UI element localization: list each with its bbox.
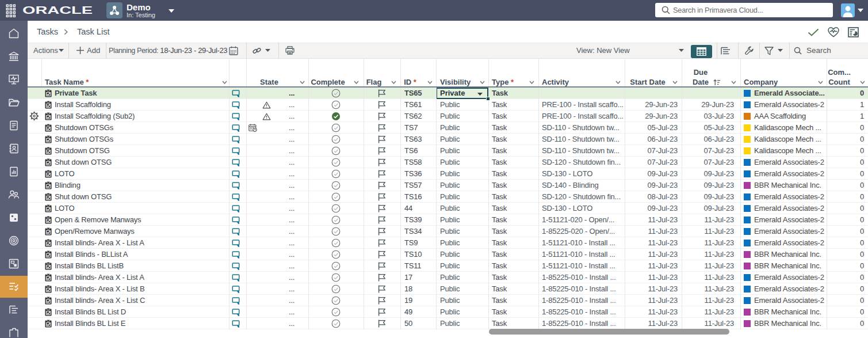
svg-text:ORACLE: ORACLE [22,5,93,16]
